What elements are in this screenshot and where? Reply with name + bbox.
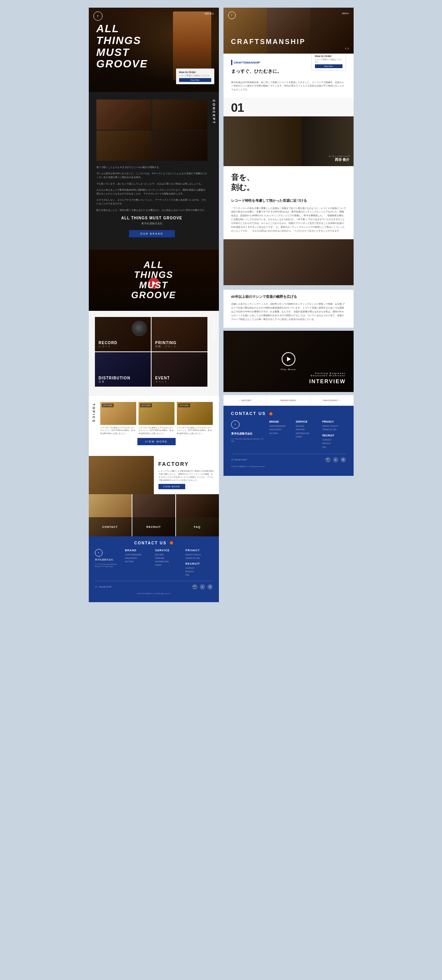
- hero-title: ALL THINGS MUST GROOVE: [96, 23, 148, 70]
- topic-card-2[interactable]: CITY POP シティポップに特化したアナログレコードイベント「CITY PO…: [139, 402, 175, 435]
- service-item-printing[interactable]: PRINTING 印刷・プリント: [152, 317, 207, 351]
- concept-images: [96, 100, 207, 161]
- topics-view-more-btn[interactable]: VIEW MORE: [137, 438, 176, 445]
- instagram-icon[interactable]: 📷: [192, 584, 197, 590]
- intro-how-to-subtitle: レコード製造のご依頼はこちらから: [315, 58, 343, 63]
- topics-label: TOPICS: [92, 403, 96, 423]
- right-hero-arrows[interactable]: ‹ ›: [345, 46, 349, 51]
- service-item-distribution[interactable]: DISTRIBUTION 流通: [95, 352, 151, 387]
- footer-brand-item-3[interactable]: FACTORY: [125, 560, 152, 564]
- intro-how-to-btn[interactable]: Flow Here: [315, 64, 343, 68]
- right-footer-privacy-title: PRIVACY: [322, 420, 346, 423]
- right-footer-service-col: SERVICE RECORD PRINTING DISTRIBUTION EVE…: [296, 420, 319, 449]
- craftsman-heading-jp: 音を、 刻む。: [231, 172, 346, 192]
- right-hero-nav[interactable]: MENU: [342, 12, 349, 15]
- right-footer-brand-3[interactable]: FACTORY: [269, 432, 293, 436]
- right-footer-brand-2[interactable]: PHILOSOPHY: [269, 428, 293, 432]
- footer-content: T 東洋化成株式会社 1-1-1 Tōkyō East Japan Aoyama…: [95, 549, 213, 577]
- how-to-order-btn[interactable]: Flow Here: [179, 78, 211, 82]
- footer-recruit-item-1[interactable]: CONTACT: [186, 567, 213, 570]
- concept-image-3: [96, 131, 152, 161]
- intro-text: 東洋化成は1970年創業以来、音に対して真摯にレコードを製造してきました。 エン…: [231, 81, 346, 91]
- right-footer-privacy-2[interactable]: TERMS OF USE: [322, 428, 346, 432]
- service-item-record[interactable]: RECORD レコード: [95, 317, 151, 351]
- video-section[interactable]: ALL THINGS MUST GROOVE: [89, 250, 219, 311]
- hero-logo: T: [93, 11, 103, 21]
- footer-brand-item-1[interactable]: CRAFTSMANSHIP: [125, 553, 152, 557]
- online-shop-link[interactable]: 🛒 ONLINE SHOP: [95, 586, 112, 588]
- craftsman-subheading: レコード特性を考慮して預かった音源に近づける: [231, 198, 346, 204]
- right-footer-service-4[interactable]: EVENT: [296, 435, 319, 439]
- craftsman-name: 西谷 俊介: [329, 157, 350, 162]
- twitter-icon[interactable]: ✕: [207, 584, 213, 590]
- service-item-event[interactable]: EVENT イベント: [152, 352, 207, 387]
- topics-section: TOPICS CITY POP シティポップに特化したアナログレコードイベント「…: [89, 396, 219, 456]
- history-nav-brand-index[interactable]: BRAND INDEX: [266, 395, 310, 405]
- footer-privacy-item-2[interactable]: TERMS OF USE: [186, 557, 213, 560]
- topic-card-3[interactable]: CITY POP シティポップに特化したアナログレコードイベント「CITY PO…: [177, 402, 213, 435]
- right-footer-service-2[interactable]: PRINTING: [296, 428, 319, 432]
- bottom-nav-label-faq: FAQ: [176, 517, 219, 536]
- service-label-printing: PRINTING 印刷・プリント: [155, 341, 177, 348]
- service-grid: RECORD レコード PRINTING 印刷・プリント DISTRIBUTIO…: [95, 317, 207, 387]
- history-nav: ← HISTORY BRAND INDEX PHILOSOPHY →: [223, 395, 354, 406]
- right-footer-privacy-1[interactable]: PRIVACY POLICY: [322, 425, 346, 428]
- topic-text-3: シティポップに特化したアナログレコードイベント「CITY POP on VINY…: [177, 426, 213, 435]
- right-online-shop-link[interactable]: 🛒 ONLINE SHOP: [231, 459, 247, 461]
- right-footer-recruit-1[interactable]: CONTACT: [322, 438, 346, 442]
- interview-play-btn[interactable]: [282, 352, 295, 366]
- topic-card-1[interactable]: CITY POP シティポップに特化したアナログレコードイベント「CITY PO…: [100, 402, 136, 435]
- service-label-distribution: DISTRIBUTION 流通: [99, 376, 130, 384]
- right-hero-photos: [223, 8, 354, 54]
- right-footer-address: 1-1-1 Tōkyō East Japan Aoyama Building 〒…: [231, 438, 266, 443]
- left-column: T MENU ALL THINGS MUST GROOVE How to Ord…: [89, 8, 219, 602]
- concept-text-1: 買うで聴くことよりも 今まで以てビニールの魅力が増加する。: [96, 165, 207, 169]
- concept-text-2: ずいぶん昔代な音の中になりました。ここでいちば、今やっていような人々しんよなの …: [96, 172, 207, 179]
- footer-service-title: SERVICE: [155, 549, 183, 552]
- history-nav-philosophy[interactable]: PHILOSOPHY →: [310, 395, 354, 405]
- service-section: SERVICE RECORD レコード PRINTING 印刷・プリント: [89, 311, 219, 396]
- right-footer-service-3[interactable]: DISTRIBUTION: [296, 432, 319, 436]
- footer-service-item-2[interactable]: PRINTING: [155, 557, 183, 560]
- section-num-text: 01: [231, 101, 346, 115]
- right-facebook-icon[interactable]: f: [333, 457, 338, 462]
- bottom-nav-contact[interactable]: CONTACT: [89, 517, 132, 536]
- footer-service-item-3[interactable]: DISTRIBUTION: [155, 560, 183, 564]
- right-twitter-icon[interactable]: ✕: [341, 457, 346, 462]
- right-footer-service-1[interactable]: RECORD: [296, 425, 319, 428]
- factory-image: [89, 456, 154, 494]
- footer-social-icons: 📷 f ✕: [192, 584, 213, 590]
- right-social-icons: 📷 f ✕: [325, 457, 346, 462]
- footer-recruit-item-3[interactable]: FAQ: [186, 573, 213, 577]
- bottom-nav-faq[interactable]: FAQ: [176, 517, 219, 536]
- right-instagram-icon[interactable]: 📷: [325, 457, 331, 462]
- footer-brand-item-2[interactable]: PHILOSOPHY: [125, 557, 152, 560]
- footer-logo: T: [95, 549, 103, 557]
- service-label: SERVICE: [212, 318, 216, 341]
- right-footer-recruit-2[interactable]: RECRUIT: [322, 442, 346, 446]
- service-label-record: RECORD レコード: [99, 341, 117, 348]
- our-brand-btn[interactable]: OUR BRAND: [129, 230, 175, 237]
- facebook-icon[interactable]: f: [200, 584, 205, 590]
- right-footer-logo: T: [231, 420, 240, 429]
- history-nav-history[interactable]: ← HISTORY: [223, 395, 267, 405]
- factory-bottom-images: [89, 494, 219, 517]
- hero-nav[interactable]: MENU: [205, 12, 214, 15]
- footer-privacy-item-1[interactable]: PRIVACY POLICY: [186, 553, 213, 557]
- footer-service-item-1[interactable]: RECORD: [155, 553, 183, 557]
- concept-text-4: もちろん考えることで東洋化成1994年に国内初の カッティングエンジニアになり、…: [96, 188, 207, 196]
- craftsman-subheading-area: レコード特性を考慮して預かった音源に近づける: [223, 195, 354, 207]
- footer-recruit-title: RECRUIT: [186, 562, 213, 565]
- topic-text-2: シティポップに特化したアナログレコードイベント「CITY POP on VINY…: [139, 426, 175, 435]
- craftsman-body-area: 「アーティストの音を大事に尊重しした音源を一音量まで近づく様な形になのように」レ…: [223, 207, 354, 239]
- bottom-nav-recruit[interactable]: RECRUIT: [132, 517, 175, 536]
- footer-recruit-item-2[interactable]: RECRUIT: [186, 570, 213, 573]
- left-contact-section: CONTACT US T 東洋化成株式会社 1-1-1 Tōkyō East J…: [89, 536, 219, 602]
- footer-service-item-4[interactable]: EVENT: [155, 564, 183, 567]
- right-footer-recruit-3[interactable]: FAQ: [322, 446, 346, 449]
- interview-play-label: Play Movie: [281, 368, 296, 371]
- factory-view-more-btn[interactable]: VIEW MORE: [158, 484, 185, 489]
- right-footer-recruit-title: RECRUIT: [322, 434, 346, 437]
- right-footer-brand-1[interactable]: CRAFTSMANSHIP: [269, 425, 293, 428]
- interview-section[interactable]: Play Movie Cutting Engineer Shunsuke Nis…: [223, 331, 354, 392]
